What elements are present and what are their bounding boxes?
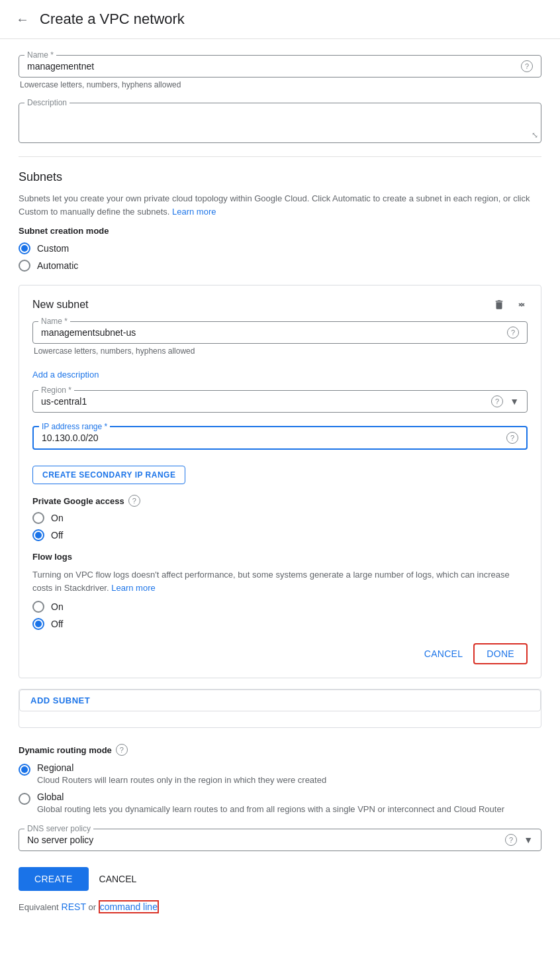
- region-help-icon[interactable]: ?: [491, 395, 503, 407]
- subnet-actions: [493, 299, 528, 311]
- mode-automatic[interactable]: Automatic: [19, 260, 541, 272]
- rest-link[interactable]: REST: [62, 902, 86, 912]
- private-google-off-radio[interactable]: [32, 529, 44, 541]
- name-input-wrapper: Name * ?: [19, 55, 541, 77]
- page-header: ← Create a VPC network: [0, 0, 560, 39]
- name-field: Name * ? Lowercase letters, numbers, hyp…: [19, 55, 541, 89]
- routing-global-desc: Global routing lets you dynamically lear…: [37, 803, 504, 815]
- name-input[interactable]: [27, 61, 514, 72]
- equivalent-section: Equivalent REST or command line: [19, 902, 541, 912]
- routing-regional-content: Regional Cloud Routers will learn routes…: [37, 762, 326, 786]
- subnet-name-hint: Lowercase letters, numbers, hyphens allo…: [32, 346, 528, 356]
- region-label: Region *: [38, 386, 74, 395]
- dns-label: DNS server policy: [24, 824, 93, 833]
- main-content: Name * ? Lowercase letters, numbers, hyp…: [0, 39, 560, 928]
- ip-range-wrapper: IP address range * ?: [32, 426, 528, 450]
- region-field: Region * us-central1 ▼ ?: [32, 390, 528, 413]
- delete-subnet-button[interactable]: [493, 299, 505, 311]
- private-google-on-label: On: [51, 513, 64, 523]
- private-google-section: Private Google access ? On Off: [32, 495, 528, 541]
- ip-range-help-icon[interactable]: ?: [506, 432, 518, 444]
- private-google-on[interactable]: On: [32, 512, 528, 524]
- flow-logs-on-radio[interactable]: [32, 601, 44, 613]
- flow-logs-off-radio[interactable]: [32, 618, 44, 630]
- private-google-on-radio[interactable]: [32, 512, 44, 524]
- mode-custom[interactable]: Custom: [19, 242, 541, 254]
- ip-range-field: IP address range * ?: [32, 426, 528, 450]
- region-value: us-central1: [41, 396, 87, 407]
- subnet-name-input[interactable]: [41, 327, 500, 338]
- routing-global[interactable]: Global Global routing lets you dynamical…: [19, 792, 541, 815]
- region-wrapper: Region * us-central1 ▼ ?: [32, 390, 528, 413]
- subnets-title: Subnets: [19, 170, 541, 184]
- subnet-done-button[interactable]: DONE: [473, 643, 528, 664]
- description-label: Description: [24, 98, 70, 107]
- mode-custom-dot: [21, 245, 28, 252]
- subnet-cancel-button[interactable]: CANCEL: [424, 648, 463, 659]
- flow-logs-off-label: Off: [51, 619, 63, 629]
- mode-automatic-label: Automatic: [37, 260, 78, 271]
- routing-regional-radio[interactable]: [19, 764, 30, 776]
- flow-logs-on[interactable]: On: [32, 601, 528, 613]
- flow-logs-section: Flow logs Turning on VPC flow logs doesn…: [32, 552, 528, 630]
- back-button[interactable]: ←: [16, 12, 29, 27]
- name-help-icon[interactable]: ?: [521, 60, 533, 72]
- collapse-subnet-button[interactable]: [516, 299, 528, 311]
- description-input[interactable]: [27, 109, 514, 135]
- divider-1: [19, 156, 541, 157]
- routing-regional[interactable]: Regional Cloud Routers will learn routes…: [19, 762, 541, 786]
- footer-actions: CREATE CANCEL: [19, 867, 541, 891]
- private-google-off[interactable]: Off: [32, 529, 528, 541]
- create-secondary-ip-button[interactable]: CREATE SECONDARY IP RANGE: [32, 466, 185, 484]
- flow-logs-learn-more-link[interactable]: Learn more: [111, 583, 155, 593]
- subnet-name-label: Name *: [38, 317, 70, 326]
- ip-range-input[interactable]: [42, 433, 500, 443]
- dns-wrapper[interactable]: DNS server policy No server policy ▼ ?: [19, 829, 541, 851]
- subnet-name-wrapper: Name * ?: [32, 321, 528, 344]
- command-line-box: command line: [99, 900, 159, 913]
- subnets-section: Subnets Subnets let you create your own …: [19, 170, 541, 272]
- routing-regional-label: Regional: [37, 762, 73, 773]
- create-button[interactable]: CREATE: [19, 867, 89, 891]
- flow-logs-label: Flow logs: [32, 552, 528, 562]
- new-subnet-card: New subnet Name * ? Lowercase letters, n…: [19, 285, 541, 678]
- subnet-name-help-icon[interactable]: ?: [507, 327, 519, 338]
- routing-regional-dot: [21, 766, 28, 773]
- routing-global-radio[interactable]: [19, 793, 30, 805]
- routing-regional-desc: Cloud Routers will learn routes only in …: [37, 774, 326, 786]
- mode-automatic-radio[interactable]: [19, 260, 30, 272]
- dns-help-icon[interactable]: ?: [505, 834, 517, 846]
- equivalent-or: or: [89, 902, 99, 912]
- description-field: Description ⤡: [19, 103, 541, 143]
- add-description-link[interactable]: Add a description: [32, 370, 99, 380]
- add-subnet-container: ADD SUBNET: [19, 689, 541, 728]
- mode-custom-radio[interactable]: [19, 242, 30, 254]
- dynamic-routing-help-icon[interactable]: ?: [116, 744, 128, 756]
- private-google-off-dot: [35, 532, 42, 539]
- description-wrapper: Description ⤡: [19, 103, 541, 143]
- dns-arrow-icon: ▼: [524, 835, 533, 845]
- subnets-desc: Subnets let you create your own private …: [19, 192, 541, 218]
- routing-global-label: Global: [37, 792, 64, 802]
- name-hint: Lowercase letters, numbers, hyphens allo…: [19, 80, 541, 89]
- add-subnet-button[interactable]: ADD SUBNET: [19, 690, 541, 711]
- name-label: Name *: [24, 50, 56, 60]
- dynamic-routing-label-row: Dynamic routing mode ?: [19, 744, 541, 756]
- routing-global-content: Global Global routing lets you dynamical…: [37, 792, 504, 815]
- dns-policy-field: DNS server policy No server policy ▼ ?: [19, 829, 541, 851]
- flow-logs-off[interactable]: Off: [32, 618, 528, 630]
- dns-value: No server policy: [27, 835, 93, 845]
- page-title: Create a VPC network: [40, 11, 185, 28]
- region-select[interactable]: Region * us-central1 ▼ ?: [32, 390, 528, 413]
- subnets-learn-more-link[interactable]: Learn more: [172, 207, 216, 217]
- private-google-help-icon[interactable]: ?: [128, 495, 140, 507]
- private-google-label: Private Google access: [32, 496, 124, 506]
- subnet-name-field: Name * ? Lowercase letters, numbers, hyp…: [32, 321, 528, 356]
- command-line-link[interactable]: command line: [100, 902, 158, 912]
- cancel-button[interactable]: CANCEL: [99, 874, 137, 884]
- mode-custom-label: Custom: [37, 243, 69, 254]
- equivalent-text: Equivalent: [19, 902, 59, 912]
- flow-logs-desc-text: Turning on VPC flow logs doesn't affect …: [32, 570, 510, 593]
- back-icon: ←: [16, 12, 29, 27]
- ip-range-label: IP address range *: [39, 422, 110, 431]
